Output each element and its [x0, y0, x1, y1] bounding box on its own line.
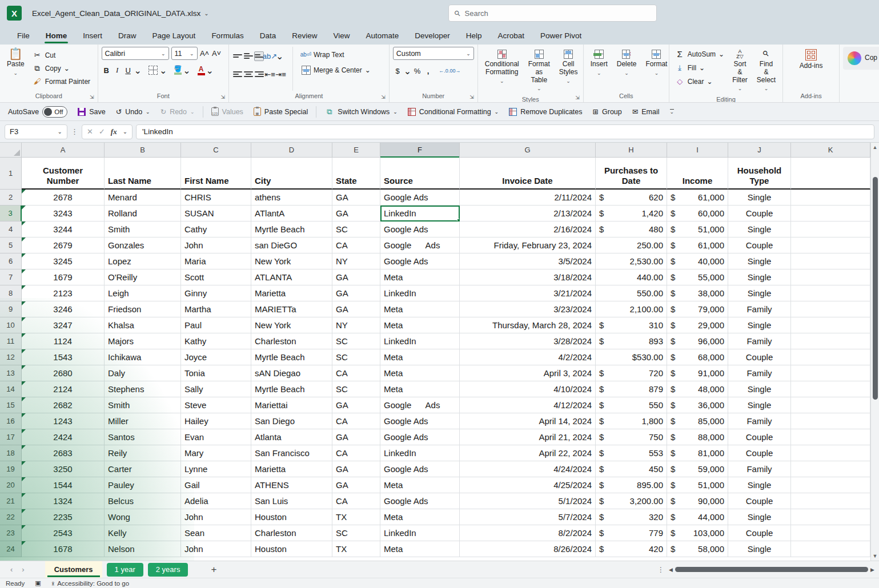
vertical-scrollbar[interactable]: ▲ ▼: [870, 143, 879, 561]
ribbon-tab-home[interactable]: Home: [39, 28, 74, 45]
cell-G18[interactable]: April 22, 2024: [460, 445, 596, 461]
cell-F14[interactable]: Meta: [380, 381, 460, 397]
cell-E11[interactable]: SC: [332, 333, 380, 349]
cell-G11[interactable]: 3/28/2024: [460, 333, 596, 349]
cell-D18[interactable]: San Francisco: [251, 445, 332, 461]
cell-A9[interactable]: 3246: [22, 301, 105, 317]
cell-F16[interactable]: Google Ads: [380, 413, 460, 429]
row-header-23[interactable]: 23: [0, 525, 22, 541]
cell-F7[interactable]: Meta: [380, 269, 460, 285]
horizontal-scroll-thumb[interactable]: [675, 567, 868, 572]
cell-G10[interactable]: Thursday, March 28, 2024: [460, 317, 596, 333]
cell-F21[interactable]: Google Ads: [380, 493, 460, 509]
cell-C14[interactable]: Sally: [181, 381, 251, 397]
align-right-button[interactable]: [254, 70, 264, 79]
cell-J24[interactable]: Single: [728, 541, 791, 557]
cell-F18[interactable]: LinkedIn: [380, 445, 460, 461]
cell-I21[interactable]: $90,000: [667, 493, 728, 509]
ribbon-tab-review[interactable]: Review: [285, 28, 324, 45]
cell-A15[interactable]: 2682: [22, 397, 105, 413]
cell-E4[interactable]: SC: [332, 221, 380, 237]
font-color-button[interactable]: A: [198, 66, 205, 75]
cell-J16[interactable]: Family: [728, 413, 791, 429]
cell-C13[interactable]: Tonia: [181, 365, 251, 381]
cell-C6[interactable]: Maria: [181, 253, 251, 269]
cell-B6[interactable]: Lopez: [105, 253, 181, 269]
cell-E20[interactable]: GA: [332, 477, 380, 493]
cell-K18[interactable]: [791, 445, 870, 461]
row-header-10[interactable]: 10: [0, 317, 22, 333]
cell-A21[interactable]: 1324: [22, 493, 105, 509]
column-header-C[interactable]: C: [181, 143, 251, 157]
cell-I11[interactable]: $96,000: [667, 333, 728, 349]
cell-F17[interactable]: Google Ads: [380, 429, 460, 445]
cell-E6[interactable]: NY: [332, 253, 380, 269]
cell-A22[interactable]: 2235: [22, 509, 105, 525]
cell-H3[interactable]: $1,420: [596, 206, 667, 221]
cell-E7[interactable]: GA: [332, 269, 380, 285]
cell-F4[interactable]: Google Ads: [380, 221, 460, 237]
increase-font-size-button[interactable]: A˄: [200, 49, 210, 58]
cell-F19[interactable]: Google Ads: [380, 461, 460, 477]
cell-F10[interactable]: Meta: [380, 317, 460, 333]
paste-button[interactable]: 📋 Paste ⌄: [3, 47, 28, 78]
ribbon-tab-view[interactable]: View: [326, 28, 356, 45]
excel-app-icon[interactable]: X: [7, 6, 22, 21]
autosum-button[interactable]: ΣAutoSum⌄: [673, 48, 727, 60]
cell-C21[interactable]: Adelia: [181, 493, 251, 509]
row-header-24[interactable]: 24: [0, 541, 22, 557]
column-header-K[interactable]: K: [791, 143, 870, 157]
cell-F3[interactable]: LinkedIn: [380, 206, 460, 221]
cell-G22[interactable]: 5/7/2024: [460, 509, 596, 525]
cell-A23[interactable]: 2543: [22, 525, 105, 541]
row-header-11[interactable]: 11: [0, 333, 22, 349]
cell-I7[interactable]: $55,000: [667, 269, 728, 285]
cell-E16[interactable]: CA: [332, 413, 380, 429]
cell-H5[interactable]: 250.00: [596, 237, 667, 253]
autosave-toggle[interactable]: AutoSave Off: [6, 104, 70, 119]
cell-styles-button[interactable]: Cell Styles⌄: [556, 47, 581, 86]
decrease-decimal-button[interactable]: .00→: [449, 66, 459, 76]
dialog-launcher-icon[interactable]: ⇲: [575, 95, 580, 100]
cell-K4[interactable]: [791, 221, 870, 237]
cell-J2[interactable]: Single: [728, 190, 791, 206]
chevron-down-icon[interactable]: ⌄: [134, 65, 142, 76]
cell-A12[interactable]: 1543: [22, 349, 105, 365]
cell-H24[interactable]: $420: [596, 541, 667, 557]
cell-C7[interactable]: Scott: [181, 269, 251, 285]
cell-D17[interactable]: Atlanta: [251, 429, 332, 445]
cell-I24[interactable]: $58,000: [667, 541, 728, 557]
cell-A8[interactable]: 2123: [22, 285, 105, 301]
cell-I14[interactable]: $48,000: [667, 381, 728, 397]
format-as-table-button[interactable]: Format as Table⌄: [525, 47, 553, 94]
cell-H13[interactable]: $720: [596, 365, 667, 381]
cell-I4[interactable]: $51,000: [667, 221, 728, 237]
merge-center-button[interactable]: Merge & Center⌄: [299, 64, 373, 76]
cell-D19[interactable]: Marietta: [251, 461, 332, 477]
cell-B3[interactable]: Rolland: [105, 206, 181, 221]
name-box[interactable]: F3⌄: [5, 124, 67, 139]
cell-B15[interactable]: Smith: [105, 397, 181, 413]
cell-H7[interactable]: 440.00: [596, 269, 667, 285]
underline-button[interactable]: U: [123, 66, 133, 75]
column-header-B[interactable]: B: [105, 143, 181, 157]
cell-C18[interactable]: Mary: [181, 445, 251, 461]
cell-I23[interactable]: $103,000: [667, 525, 728, 541]
cell-H20[interactable]: $895.00: [596, 477, 667, 493]
qat-conditional-formatting-button[interactable]: Conditional Formatting⌄: [406, 106, 501, 118]
cell-A10[interactable]: 3247: [22, 317, 105, 333]
cell-A11[interactable]: 1124: [22, 333, 105, 349]
cell-C2[interactable]: CHRIS: [181, 190, 251, 206]
horizontal-scrollbar[interactable]: ◀ ▶: [669, 566, 874, 574]
cell-J1[interactable]: Household Type: [728, 158, 791, 190]
chevron-down-icon[interactable]: ⌄: [159, 65, 167, 76]
cell-A20[interactable]: 1544: [22, 477, 105, 493]
column-header-G[interactable]: G: [460, 143, 596, 157]
cell-K5[interactable]: [791, 237, 870, 253]
cell-A7[interactable]: 1679: [22, 269, 105, 285]
row-header-17[interactable]: 17: [0, 429, 22, 445]
chevron-down-icon[interactable]: ⌄: [276, 51, 283, 62]
chevron-down-icon[interactable]: ⌄: [183, 65, 190, 76]
cell-I10[interactable]: $29,000: [667, 317, 728, 333]
column-header-I[interactable]: I: [667, 143, 728, 157]
